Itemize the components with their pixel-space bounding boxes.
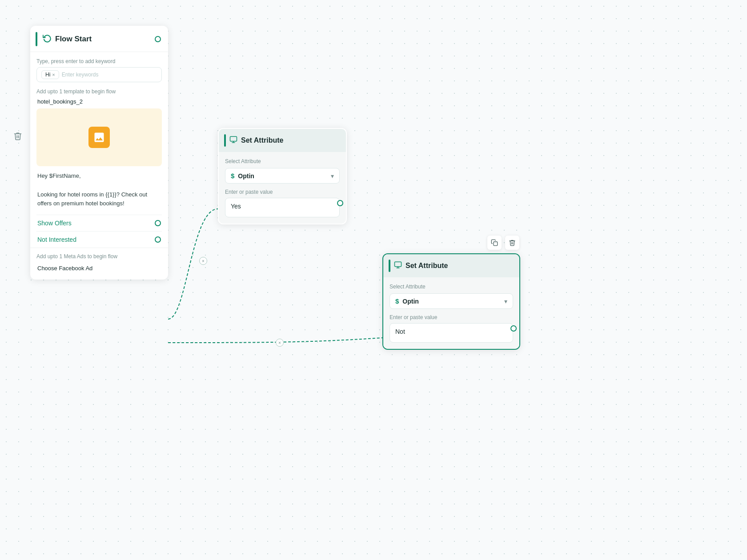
template-image-box	[36, 108, 162, 166]
svg-rect-3	[494, 242, 498, 246]
template-message: Hey $FirstName, Looking for hotel rooms …	[36, 172, 162, 208]
delete-card-2-button[interactable]	[505, 236, 519, 250]
flow-start-card: Flow Start Type, press enter to add keyw…	[30, 26, 168, 280]
set-attr-1-header-left: Set Attribute	[224, 134, 283, 147]
set-attr-2-body: Select Attribute $ Optin ▾ Enter or past…	[383, 277, 519, 349]
template-name: hotel_bookings_2	[36, 98, 162, 105]
set-attr-1-header: Set Attribute	[219, 129, 346, 152]
show-offers-output-dot[interactable]	[155, 220, 161, 226]
set-attr-1-value-label: Enter or paste value	[225, 189, 340, 195]
set-attr-1-dollar-icon: $	[231, 172, 234, 180]
set-attr-2-header-left: Set Attribute	[389, 260, 448, 272]
not-interested-row[interactable]: Not Interested	[36, 231, 162, 248]
not-interested-output-dot[interactable]	[155, 236, 161, 243]
header-accent	[36, 32, 37, 46]
set-attr-1-accent	[224, 134, 226, 147]
meta-ads-label: Add upto 1 Meta Ads to begin flow	[36, 253, 162, 260]
flow-start-body: Type, press enter to add keyword Hi × En…	[30, 52, 168, 248]
set-attr-1-body: Select Attribute $ Optin ▾ Enter or past…	[219, 152, 346, 224]
keyword-section-label: Type, press enter to add keyword	[36, 58, 162, 64]
flow-start-header: Flow Start	[30, 26, 168, 52]
set-attr-2-select-label: Select Attribute	[390, 284, 513, 290]
canvas: × × Flow Start	[0, 0, 747, 560]
meta-ads-section: Add upto 1 Meta Ads to begin flow Choose…	[30, 248, 168, 280]
set-attr-1-icon	[229, 136, 237, 145]
keyword-tag-text: Hi	[45, 72, 50, 78]
flow-start-icon	[43, 34, 52, 45]
template-message-line2: Looking for hotel rooms in {{1}}? Check …	[37, 190, 161, 209]
connection-x-1[interactable]: ×	[199, 257, 207, 265]
not-interested-label[interactable]: Not Interested	[37, 236, 76, 243]
set-attr-2-title: Set Attribute	[406, 262, 448, 270]
set-attr-2-select-value: Optin	[402, 298, 419, 305]
set-attr-2-select-row[interactable]: $ Optin ▾	[390, 293, 513, 309]
copy-card-2-button[interactable]	[487, 236, 502, 250]
svg-rect-0	[230, 136, 237, 141]
set-attribute-card-2: Set Attribute Select Attribute $ Optin ▾…	[382, 253, 520, 350]
set-attr-1-output-dot[interactable]	[337, 200, 343, 206]
set-attr-1-select-value: Optin	[238, 172, 254, 180]
set-attr-2-value-label: Enter or paste value	[390, 314, 513, 320]
set-attr-2-value-section: Enter or paste value Not	[390, 314, 513, 343]
set-attr-2-icon	[394, 261, 402, 271]
keyword-input-placeholder[interactable]: Enter keywords	[62, 72, 99, 78]
set-attr-2-select-left: $ Optin	[395, 297, 419, 305]
show-offers-row[interactable]: Show Offers	[36, 215, 162, 231]
svg-rect-4	[395, 262, 402, 267]
set-attr-1-value-box[interactable]: Yes	[225, 198, 340, 217]
set-attr-1-select-left: $ Optin	[231, 172, 254, 180]
set-attr-2-chevron-icon[interactable]: ▾	[504, 298, 507, 305]
flow-start-title: Flow Start	[55, 35, 92, 44]
show-offers-label[interactable]: Show Offers	[37, 220, 72, 227]
x-icon-1: ×	[202, 259, 205, 264]
set-attr-2-value-box[interactable]: Not	[390, 323, 513, 343]
image-placeholder-icon	[88, 127, 110, 148]
set-attr-1-select-row[interactable]: $ Optin ▾	[225, 168, 340, 184]
set-attr-1-select-label: Select Attribute	[225, 158, 340, 164]
set-attr-1-title: Set Attribute	[241, 136, 283, 144]
set-attr-1-chevron-icon[interactable]: ▾	[331, 172, 334, 180]
connection-x-2[interactable]: ×	[276, 339, 284, 347]
template-message-line1: Hey $FirstName,	[37, 172, 161, 181]
keyword-tag-remove[interactable]: ×	[52, 72, 55, 77]
set-attr-2-output-dot[interactable]	[510, 325, 517, 332]
x-icon-2: ×	[278, 340, 281, 345]
set-attr-2-accent	[389, 260, 390, 272]
set-attr-2-dollar-icon: $	[395, 297, 399, 305]
keyword-tag-hi[interactable]: Hi ×	[41, 70, 59, 79]
set-attr-1-value-section: Enter or paste value Yes	[225, 189, 340, 217]
set-attr-2-header: Set Attribute	[383, 254, 519, 277]
choose-fb-ad[interactable]: Choose Facebook Ad	[36, 263, 162, 273]
keyword-input-row[interactable]: Hi × Enter keywords	[36, 67, 162, 82]
flow-start-header-left: Flow Start	[36, 32, 92, 46]
flow-start-output-dot[interactable]	[155, 36, 161, 42]
delete-template-button[interactable]	[13, 132, 22, 143]
set-attribute-card-1: Set Attribute Select Attribute $ Optin ▾…	[218, 128, 347, 224]
template-section-label: Add upto 1 template to begin flow	[36, 88, 162, 95]
card-2-actions	[487, 236, 519, 250]
